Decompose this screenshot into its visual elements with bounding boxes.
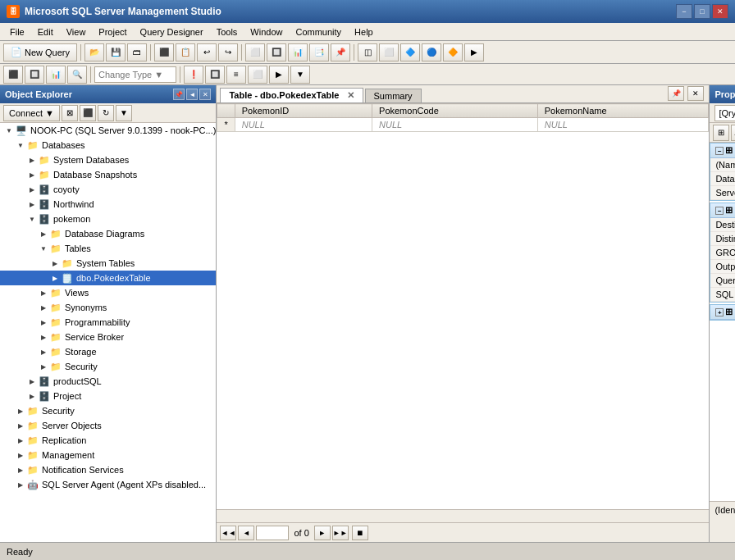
minimize-button[interactable]: − (676, 4, 692, 19)
oe-disconnect-button[interactable]: ⊠ (62, 105, 78, 121)
menu-file[interactable]: File (3, 25, 31, 39)
toolbar2-btn-9[interactable]: ▶ (269, 66, 289, 84)
toolbar-btn-1[interactable]: ⬛ (154, 43, 174, 61)
tree-item-coyoty[interactable]: ▶ 🗄️ coyoty (0, 182, 216, 197)
toolbar-btn-12[interactable]: 🔷 (400, 43, 420, 61)
nav-page-input[interactable] (256, 526, 289, 540)
props-az-button[interactable]: A↓ (731, 125, 735, 141)
toolbar2-btn-2[interactable]: 🔲 (25, 66, 44, 84)
props-section-qd-header[interactable]: − ⊞ Query Designer (710, 203, 735, 218)
toolbar2-btn-5[interactable]: ❗ (184, 66, 203, 84)
oe-stop-button[interactable]: ⬛ (80, 105, 96, 121)
menu-community[interactable]: Community (289, 25, 348, 39)
toolbar2-btn-1[interactable]: ⬛ (3, 66, 23, 84)
tree-item-northwind[interactable]: ▶ 🗄️ Northwind (0, 197, 216, 212)
table-pin-button[interactable]: 📌 (668, 86, 684, 101)
tree-item-notification-services[interactable]: ▶ 📁 Notification Services (0, 462, 216, 477)
tree-item-system-databases[interactable]: ▶ 📁 System Databases (0, 153, 216, 167)
tree-item-storage[interactable]: ▶ 📁 Storage (0, 344, 216, 359)
toolbar-btn-5[interactable]: ⬜ (245, 43, 265, 61)
props-section-top-spec-header[interactable]: + ⊞ Top Specification No (710, 305, 735, 320)
toolbar-btn-3[interactable]: ↩ (197, 43, 217, 61)
tree-item-productsql[interactable]: ▶ 🗄️ productSQL (0, 374, 216, 389)
col-pokemonid-header[interactable]: PokemonID (235, 104, 372, 118)
oe-arrow-button[interactable]: ◄ (186, 89, 198, 100)
props-categorized-button[interactable]: ⊞ (713, 125, 729, 141)
tree-item-tables[interactable]: ▼ 📁 Tables (0, 241, 216, 256)
cell-pokemonname[interactable]: NULL (537, 118, 709, 132)
nav-next-button[interactable]: ► (314, 526, 331, 540)
tree-item-service-broker[interactable]: ▶ 📁 Service Broker (0, 330, 216, 344)
tree-item-db-diagrams[interactable]: ▶ 📁 Database Diagrams (0, 226, 216, 241)
toolbar2-btn-3[interactable]: 📊 (46, 66, 66, 84)
table-close-button[interactable]: ✕ (687, 86, 704, 101)
nav-prev-button[interactable]: ◄ (238, 526, 254, 540)
oe-filter-button[interactable]: ▼ (116, 105, 132, 121)
save-all-button[interactable]: 🗃 (127, 43, 147, 61)
toolbar2-btn-10[interactable]: ▼ (290, 66, 310, 84)
toolbar-btn-6[interactable]: 🔲 (267, 43, 286, 61)
tab-table[interactable]: Table - dbo.PokedexTable ✕ (220, 88, 363, 102)
tree-item-server-objects[interactable]: ▶ 📁 Server Objects (0, 418, 216, 433)
connect-button[interactable]: Connect ▼ (3, 105, 60, 121)
tab-table-close-icon[interactable]: ✕ (347, 90, 354, 100)
new-query-button[interactable]: 📄 New Query (3, 43, 77, 61)
top-spec-collapse-icon[interactable]: + (715, 308, 724, 316)
cell-pokemonid[interactable]: NULL (235, 118, 372, 132)
col-pokemonname-header[interactable]: PokemonName (537, 104, 709, 118)
toolbar-btn-4[interactable]: ↪ (218, 43, 238, 61)
nav-first-button[interactable]: ◄◄ (220, 526, 236, 540)
oe-close-button[interactable]: ✕ (199, 89, 211, 100)
menu-project[interactable]: Project (92, 25, 133, 39)
toolbar2-btn-7[interactable]: ≡ (226, 66, 246, 84)
properties-object-dropdown[interactable]: [Qry] Query (714, 105, 735, 121)
identity-collapse-icon[interactable]: − (715, 147, 724, 155)
tree-item-db-snapshots[interactable]: ▶ 📁 Database Snapshots (0, 167, 216, 182)
toolbar-btn-14[interactable]: 🔶 (443, 43, 463, 61)
cell-pokemoncode[interactable]: NULL (372, 118, 538, 132)
toolbar2-btn-4[interactable]: 🔍 (67, 66, 87, 84)
tree-item-security[interactable]: ▶ 📁 Security (0, 403, 216, 418)
open-button[interactable]: 📂 (84, 43, 104, 61)
maximize-button[interactable]: □ (694, 4, 710, 19)
toolbar-btn-7[interactable]: 📊 (288, 43, 308, 61)
toolbar-btn-9[interactable]: 📌 (331, 43, 350, 61)
menu-edit[interactable]: Edit (31, 25, 60, 39)
tree-item-programmability[interactable]: ▶ 📁 Programmability (0, 315, 216, 330)
tree-item-server[interactable]: ▼ 🖥️ NOOK-PC (SQL Server 9.0.1399 - nook… (0, 123, 216, 138)
toolbar-btn-8[interactable]: 📑 (309, 43, 329, 61)
menu-view[interactable]: View (60, 25, 93, 39)
toolbar2-btn-6[interactable]: 🔲 (205, 66, 225, 84)
tree-item-system-tables[interactable]: ▶ 📁 System Tables (0, 256, 216, 271)
tree-item-replication[interactable]: ▶ 📁 Replication (0, 433, 216, 448)
tree-item-management[interactable]: ▶ 📁 Management (0, 448, 216, 462)
toolbar2-btn-8[interactable]: ⬜ (248, 66, 267, 84)
toolbar-btn-15[interactable]: ▶ (464, 43, 484, 61)
toolbar-btn-13[interactable]: 🔵 (422, 43, 441, 61)
tree-item-security-inner[interactable]: ▶ 📁 Security (0, 359, 216, 374)
menu-help[interactable]: Help (348, 25, 380, 39)
nav-last-button[interactable]: ►► (332, 526, 349, 540)
tree-item-pokedex-table[interactable]: ▶ 🗒️ dbo.PokedexTable (0, 271, 216, 285)
table-horizontal-scrollbar[interactable] (217, 509, 709, 522)
toolbar-btn-10[interactable]: ◫ (358, 43, 377, 61)
menu-query-designer[interactable]: Query Designer (134, 25, 210, 39)
tree-item-synonyms[interactable]: ▶ 📁 Synonyms (0, 300, 216, 315)
tree-item-pokemon[interactable]: ▼ 🗄️ pokemon (0, 212, 216, 226)
nav-stop-button[interactable]: ⏹ (352, 526, 368, 540)
tree-item-databases[interactable]: ▼ 📁 Databases (0, 138, 216, 153)
col-pokemoncode-header[interactable]: PokemonCode (372, 104, 538, 118)
save-button[interactable]: 💾 (106, 43, 126, 61)
menu-window[interactable]: Window (244, 25, 289, 39)
toolbar-btn-2[interactable]: 📋 (176, 43, 195, 61)
tab-summary[interactable]: Summary (365, 89, 422, 102)
tree-item-views[interactable]: ▶ 📁 Views (0, 285, 216, 300)
props-section-identity-header[interactable]: − ⊞ (Identity) (710, 143, 735, 158)
change-type-input[interactable] (94, 66, 176, 83)
tree-item-sql-agent[interactable]: ▶ 🤖 SQL Server Agent (Agent XPs disabled… (0, 477, 216, 492)
tree-item-project[interactable]: ▶ 🗄️ Project (0, 389, 216, 403)
oe-pin-button[interactable]: 📌 (173, 89, 185, 100)
qd-collapse-icon[interactable]: − (715, 207, 724, 215)
menu-tools[interactable]: Tools (210, 25, 244, 39)
close-button[interactable]: ✕ (712, 4, 728, 19)
